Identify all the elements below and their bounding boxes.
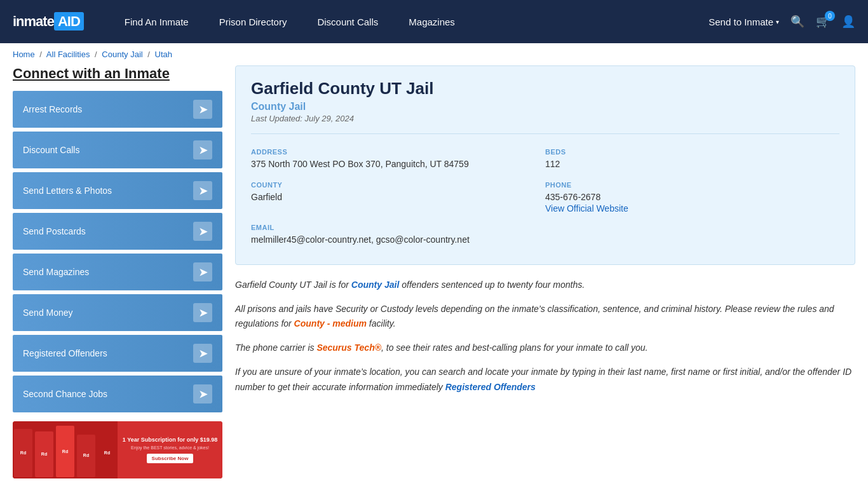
main-nav: Find An Inmate Prison Directory Discount… bbox=[109, 17, 709, 27]
beds-value: 112 bbox=[545, 158, 832, 171]
phone-value: 435-676-2678 bbox=[545, 191, 832, 204]
search-button[interactable]: 🔍 bbox=[790, 15, 804, 29]
registered-offenders-link[interactable]: Registered Offenders bbox=[445, 382, 536, 392]
beds-label: BEDS bbox=[545, 148, 832, 156]
breadcrumb: Home / All Facilities / County Jail / Ut… bbox=[0, 43, 868, 65]
phone-label: PHONE bbox=[545, 181, 832, 189]
main-layout: Connect with an Inmate Arrest Records ➤ … bbox=[0, 65, 868, 488]
address-section: ADDRESS 375 North 700 West PO Box 370, P… bbox=[251, 143, 545, 176]
cart-button[interactable]: 🛒 0 bbox=[816, 15, 830, 29]
beds-section: BEDS 112 bbox=[545, 143, 839, 176]
facility-updated: Last Updated: July 29, 2024 bbox=[251, 114, 839, 123]
breadcrumb-state[interactable]: Utah bbox=[155, 50, 172, 59]
sidebar-discount-calls[interactable]: Discount Calls ➤ bbox=[13, 132, 222, 168]
ad-subtitle: Enjoy the BEST stories, advice & jokes! bbox=[131, 445, 209, 450]
county-section: COUNTY Garfield bbox=[251, 176, 545, 219]
county-jail-link[interactable]: County Jail bbox=[351, 280, 399, 290]
ad-cover-1: Rd bbox=[14, 429, 32, 478]
connect-title: Connect with an Inmate bbox=[13, 65, 222, 82]
main-content: Garfield County UT Jail County Jail Last… bbox=[235, 65, 855, 478]
securus-link[interactable]: Securus Tech® bbox=[316, 342, 381, 353]
nav-right: Send to Inmate ▾ 🔍 🛒 0 👤 bbox=[709, 15, 855, 29]
send-to-inmate-button[interactable]: Send to Inmate ▾ bbox=[709, 17, 779, 27]
ad-cover-5: Rd bbox=[98, 429, 116, 478]
cart-badge: 0 bbox=[825, 11, 835, 21]
ad-cover-3: Rd bbox=[56, 426, 74, 477]
nav-prison-directory[interactable]: Prison Directory bbox=[204, 17, 302, 27]
ad-title: 1 Year Subscription for only $19.98 bbox=[123, 437, 217, 444]
county-label: COUNTY bbox=[251, 181, 538, 189]
ad-covers: Rd Rd Rd Rd Rd bbox=[13, 421, 118, 478]
address-value: 375 North 700 West PO Box 370, Panguitch… bbox=[251, 158, 538, 171]
nav-magazines[interactable]: Magazines bbox=[393, 17, 470, 27]
arrow-right-icon: ➤ bbox=[193, 222, 212, 241]
logo-text: inmateAID bbox=[13, 13, 84, 30]
sidebar-send-money[interactable]: Send Money ➤ bbox=[13, 294, 222, 331]
ad-cover-2: Rd bbox=[35, 431, 53, 477]
user-icon: 👤 bbox=[841, 15, 855, 28]
facility-name: Garfield County UT Jail bbox=[251, 79, 839, 98]
breadcrumb-home[interactable]: Home bbox=[13, 50, 35, 59]
arrow-right-icon: ➤ bbox=[193, 344, 212, 363]
desc-para2: All prisons and jails have Security or C… bbox=[235, 302, 855, 332]
ad-banner[interactable]: Rd Rd Rd Rd Rd 1 Year Sub bbox=[13, 421, 222, 478]
website-link[interactable]: View Official Website bbox=[545, 203, 628, 214]
county-medium-link[interactable]: County - medium bbox=[294, 318, 367, 329]
site-header: inmateAID Find An Inmate Prison Director… bbox=[0, 0, 868, 43]
sidebar: Connect with an Inmate Arrest Records ➤ … bbox=[13, 65, 222, 478]
ad-subscribe-button[interactable]: Subscribe Now bbox=[147, 454, 194, 463]
arrow-right-icon: ➤ bbox=[193, 384, 212, 403]
user-button[interactable]: 👤 bbox=[841, 15, 855, 29]
email-label: EMAIL bbox=[251, 224, 538, 231]
sidebar-send-letters[interactable]: Send Letters & Photos ➤ bbox=[13, 172, 222, 209]
arrow-right-icon: ➤ bbox=[193, 181, 212, 200]
county-value: Garfield bbox=[251, 191, 538, 204]
arrow-right-icon: ➤ bbox=[193, 262, 212, 281]
arrow-right-icon: ➤ bbox=[193, 100, 212, 119]
address-label: ADDRESS bbox=[251, 148, 538, 156]
desc-para3: The phone carrier is Securus Tech®, to s… bbox=[235, 341, 855, 356]
ad-text: 1 Year Subscription for only $19.98 Enjo… bbox=[118, 421, 222, 478]
email-value: melmiller45@color-country.net, gcso@colo… bbox=[251, 234, 538, 247]
sidebar-send-magazines[interactable]: Send Magazines ➤ bbox=[13, 254, 222, 290]
site-logo[interactable]: inmateAID bbox=[13, 13, 84, 30]
nav-find-inmate[interactable]: Find An Inmate bbox=[109, 17, 204, 27]
facility-details: ADDRESS 375 North 700 West PO Box 370, P… bbox=[251, 133, 839, 252]
breadcrumb-county-jail[interactable]: County Jail bbox=[102, 50, 142, 59]
breadcrumb-all-facilities[interactable]: All Facilities bbox=[46, 50, 90, 59]
email-section: EMAIL melmiller45@color-country.net, gcs… bbox=[251, 219, 545, 252]
facility-type: County Jail bbox=[251, 101, 839, 112]
dropdown-arrow-icon: ▾ bbox=[776, 18, 779, 25]
search-icon: 🔍 bbox=[790, 15, 804, 28]
sidebar-arrest-records[interactable]: Arrest Records ➤ bbox=[13, 91, 222, 128]
arrow-right-icon: ➤ bbox=[193, 303, 212, 322]
sidebar-second-chance-jobs[interactable]: Second Chance Jobs ➤ bbox=[13, 376, 222, 412]
desc-para4: If you are unsure of your inmate’s locat… bbox=[235, 365, 855, 395]
nav-discount-calls[interactable]: Discount Calls bbox=[302, 17, 393, 27]
desc-para1: Garfield County UT Jail is for County Ja… bbox=[235, 278, 855, 293]
arrow-right-icon: ➤ bbox=[193, 140, 212, 159]
facility-description: Garfield County UT Jail is for County Ja… bbox=[235, 278, 855, 395]
phone-section: PHONE 435-676-2678 View Official Website bbox=[545, 176, 839, 219]
facility-card: Garfield County UT Jail County Jail Last… bbox=[235, 65, 855, 265]
ad-cover-4: Rd bbox=[77, 435, 95, 478]
sidebar-send-postcards[interactable]: Send Postcards ➤ bbox=[13, 213, 222, 250]
sidebar-registered-offenders[interactable]: Registered Offenders ➤ bbox=[13, 335, 222, 372]
